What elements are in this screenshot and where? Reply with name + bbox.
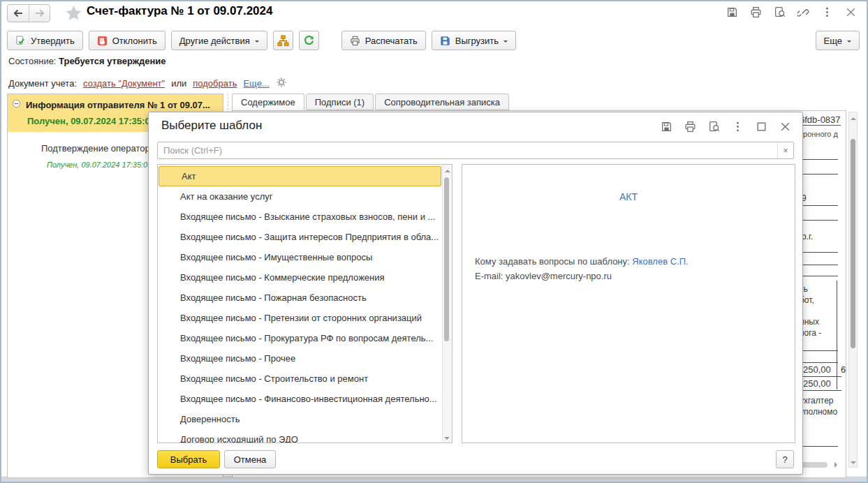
close-icon[interactable]	[845, 6, 857, 18]
template-list-item[interactable]: Входящее письмо - Коммерческие предложен…	[158, 267, 442, 288]
doc-text-fragment: тронного д	[800, 130, 838, 138]
template-list-item[interactable]: Входящее письмо - Пожарная безопасность	[158, 288, 442, 308]
template-list-item[interactable]: Входящее письмо - Прокуратура РФ по вопр…	[158, 328, 442, 348]
email-value: yakovlev@mercury-npo.ru	[506, 271, 612, 281]
more-options-link[interactable]: Еще...	[243, 78, 269, 89]
pick-document-link[interactable]: подобрать	[193, 78, 237, 89]
accounting-doc-line: Документ учета: создать "Документ" или п…	[8, 77, 287, 90]
contact-name-link[interactable]: Яковлев С.П.	[632, 256, 688, 267]
more-button[interactable]: Еще	[816, 31, 860, 50]
printer-icon	[350, 36, 360, 46]
tab-strip: Содержимое Подписи (1) Сопроводительная …	[232, 94, 509, 110]
other-actions-button[interactable]: Другие действия	[171, 31, 267, 50]
collapse-icon[interactable]	[12, 99, 21, 110]
kebab-menu-icon[interactable]	[821, 6, 833, 18]
forward-arrow-icon	[34, 8, 45, 19]
kebab-menu-icon[interactable]	[732, 121, 744, 133]
export-label: Выгрузить	[455, 36, 499, 46]
list-scrollbar[interactable]	[442, 165, 452, 443]
org-chart-icon	[277, 35, 289, 47]
template-list-item[interactable]: Входящее письмо - Претензии от сторонних…	[158, 308, 442, 328]
other-actions-label: Другие действия	[179, 36, 250, 46]
template-picker-dialog: Выберите шаблон × АктАкт на оказание усл…	[148, 112, 803, 475]
template-contact-block: Кому задавать вопросы по шаблону: Яковле…	[475, 254, 689, 283]
export-floppy-icon	[440, 36, 450, 46]
template-list-item[interactable]: Акт	[159, 166, 441, 186]
tab-cover-note[interactable]: Сопроводительная записка	[375, 94, 509, 110]
doc-id-fragment: 6fdb-0837	[800, 114, 841, 126]
save-icon[interactable]	[726, 6, 738, 18]
tab-content[interactable]: Содержимое	[232, 94, 304, 110]
tab-signatures[interactable]: Подписи (1)	[306, 94, 374, 110]
doc-fragment: уполномо	[800, 407, 837, 417]
template-list-item[interactable]: Входящее письмо - Строительство и ремонт	[158, 369, 442, 389]
template-list-item[interactable]: Акт на оказание услуг	[158, 186, 442, 207]
print-icon[interactable]	[750, 6, 762, 18]
vertical-scrollbar[interactable]	[848, 112, 858, 468]
print-label: Распечатать	[365, 36, 418, 46]
back-arrow-icon	[13, 8, 24, 19]
refresh-button[interactable]	[299, 31, 319, 50]
dialog-titlebar-icons	[661, 121, 791, 133]
reject-label: Отклонить	[112, 36, 157, 46]
doc-amount-fragment: 250,00	[803, 364, 831, 375]
template-list-item[interactable]: Входящее письмо - Защита интересов Предп…	[158, 227, 442, 247]
reject-button[interactable]: Отклонить	[89, 31, 165, 50]
refresh-icon	[303, 35, 315, 47]
template-list-item[interactable]: Доверенность	[158, 409, 442, 429]
select-button[interactable]: Выбрать	[157, 450, 220, 468]
export-button[interactable]: Выгрузить	[432, 31, 516, 50]
chevron-down-icon	[255, 40, 259, 45]
contact-label: Кому задавать вопросы по шаблону:	[475, 256, 630, 267]
more-label: Еще	[824, 36, 842, 46]
tree-item-title: Информация отправителя № 1 от 09.07...	[26, 100, 210, 110]
approve-button[interactable]: Утвердить	[7, 31, 83, 50]
close-icon[interactable]	[779, 121, 791, 133]
template-list-items: АктАкт на оказание услугВходящее письмо …	[158, 166, 442, 443]
maximize-icon[interactable]	[756, 121, 767, 133]
preview-icon[interactable]	[774, 6, 786, 18]
route-map-button[interactable]	[273, 31, 293, 50]
doc-amount-fragment: 6	[841, 364, 846, 375]
forward-button[interactable]	[29, 5, 50, 22]
print-icon[interactable]	[684, 121, 696, 133]
template-list-item[interactable]: Входящее письмо - Взыскание страховых вз…	[158, 207, 442, 227]
template-heading: АКТ	[462, 191, 795, 202]
status-value: Требуется утверждение	[59, 56, 165, 66]
template-preview-pane: АКТ Кому задавать вопросы по шаблону: Як…	[462, 164, 795, 443]
back-button[interactable]	[8, 5, 29, 22]
reject-hand-icon	[97, 36, 108, 46]
print-document-button[interactable]: Распечатать	[341, 31, 426, 50]
template-list-item[interactable]: Договор исходящий по ЭДО	[158, 429, 442, 443]
link-icon[interactable]	[797, 6, 809, 18]
favorite-star-icon[interactable]	[66, 5, 82, 24]
template-list-item[interactable]: Входящее письмо - Имущественные вопросы	[158, 247, 442, 267]
accounting-doc-label: Документ учета:	[8, 78, 77, 89]
template-list-item[interactable]: Входящее письмо - Прочее	[158, 348, 442, 369]
or-text: или	[171, 78, 186, 89]
horizontal-scrollbar[interactable]	[800, 461, 840, 469]
titlebar: Счет-фактура № 1 от 09.07.2024	[1, 4, 867, 25]
search-clear-button[interactable]: ×	[777, 142, 793, 158]
titlebar-icons	[726, 6, 857, 18]
nav-history-group	[7, 4, 50, 22]
page-title: Счет-фактура № 1 от 09.07.2024	[87, 4, 272, 18]
create-document-link[interactable]: создать "Документ"	[83, 78, 165, 89]
save-icon[interactable]	[661, 121, 672, 133]
search-box: ×	[157, 142, 794, 159]
app-window: Счет-фактура № 1 от 09.07.2024 Утвердить…	[0, 0, 868, 483]
status-line: Состояние: Требуется утверждение	[8, 56, 166, 66]
gear-icon[interactable]	[276, 77, 287, 90]
approve-label: Утвердить	[31, 36, 75, 46]
chevron-down-icon	[847, 40, 851, 45]
preview-icon[interactable]	[708, 121, 720, 133]
help-button[interactable]: ?	[776, 450, 794, 468]
doc-fragment: ухгалтер	[800, 396, 834, 406]
search-input[interactable]	[162, 143, 777, 158]
doc-rg-fragment: р.г.	[802, 232, 813, 242]
cancel-button[interactable]: Отмена	[224, 450, 276, 468]
template-list: АктАкт на оказание услугВходящее письмо …	[157, 164, 453, 443]
chevron-down-icon	[503, 40, 508, 45]
dialog-title: Выберите шаблон	[161, 119, 262, 133]
template-list-item[interactable]: Входящее письмо - Финансово-инвестиционн…	[158, 389, 442, 409]
